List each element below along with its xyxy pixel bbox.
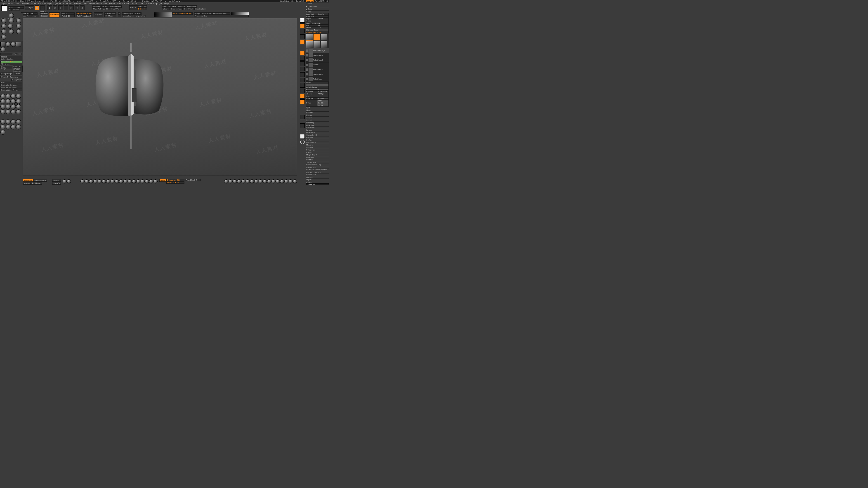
bottom-ball[interactable]: [63, 180, 67, 184]
storemt-button[interactable]: StoreMT: [92, 5, 101, 8]
colorize-button[interactable]: Colorize: [12, 9, 20, 11]
brush-inserth[interactable]: [0, 119, 5, 124]
blurmask-button[interactable]: BlurMask: [177, 5, 186, 8]
fixmesh-button[interactable]: Fix Mesh: [104, 15, 116, 17]
r-btn[interactable]: R: [319, 27, 329, 29]
bottom-brush[interactable]: [102, 180, 106, 184]
panel-masking[interactable]: Masking: [306, 144, 329, 146]
gizmo-icon[interactable]: ▦: [35, 5, 39, 10]
floor-icon[interactable]: [300, 34, 305, 39]
decimate-button[interactable]: Decimate Current: [212, 12, 230, 15]
panel-import[interactable]: Import: [306, 178, 329, 181]
tool-thumb-1[interactable]: [313, 34, 320, 41]
inflate-balloon-slider[interactable]: Inflate Balloon: [0, 58, 22, 60]
pastetool-btn[interactable]: [317, 15, 329, 18]
menu-brush[interactable]: Brush: [8, 3, 13, 5]
thickness-slider[interactable]: Thickness: [0, 63, 22, 65]
tool-thumb-4[interactable]: [313, 41, 320, 48]
menu-tool[interactable]: Tool: [140, 3, 143, 5]
panel-morph-target[interactable]: Morph Target: [306, 154, 329, 156]
brushpreview-icon[interactable]: [300, 134, 305, 139]
viewmask-btn[interactable]: ViewMask: [23, 179, 33, 182]
eye-icon[interactable]: [306, 78, 308, 80]
panel-polypaint[interactable]: Polypaint: [306, 156, 329, 159]
duplicate-button[interactable]: Duplicate: [94, 12, 103, 18]
mrgb-button[interactable]: Mrgb: [8, 6, 16, 8]
brush-curvest[interactable]: [9, 29, 14, 34]
persp-icon[interactable]: [300, 29, 305, 33]
panel-fibermesh[interactable]: FiberMesh: [306, 131, 329, 134]
panel-texture-map[interactable]: Texture Map: [306, 161, 329, 164]
bottom-ball[interactable]: [272, 180, 276, 184]
subtool-row[interactable]: Robot Head: [306, 77, 329, 82]
menu-edit[interactable]: Edit: [37, 3, 41, 5]
bottom-ball[interactable]: [293, 180, 297, 184]
ao-icon[interactable]: ●: [64, 5, 68, 10]
inverse-btn[interactable]: Inverse: [23, 182, 31, 185]
brush-snakehook[interactable]: [0, 47, 5, 52]
brush-smooth1[interactable]: [11, 109, 16, 114]
bottom-brush[interactable]: [93, 180, 97, 184]
bottom-brush[interactable]: [106, 180, 110, 184]
menu-zplugin[interactable]: Zplugin: [155, 3, 162, 5]
panel-geometry[interactable]: Geometry: [306, 121, 329, 124]
bottom-brush[interactable]: [145, 180, 149, 184]
panel-export[interactable]: Export: [306, 181, 329, 184]
move-elastic-icon[interactable]: ⬌: [40, 5, 45, 10]
all-btn[interactable]: All: [317, 24, 329, 27]
preprocess-button[interactable]: Pre-process Current: [194, 12, 212, 15]
viewport[interactable]: RRCG.CN 人人素材 人人素材 人人素材 人人素材 人人素材 人人素材 人人…: [23, 18, 297, 176]
export-button[interactable]: Export: [30, 12, 37, 15]
smoothness-icon[interactable]: ○: [58, 5, 63, 10]
texture-header[interactable]: │ Texture: [306, 184, 329, 185]
bottom-ball[interactable]: [67, 180, 71, 184]
freeze-borders[interactable]: Freeze borders: [194, 15, 249, 17]
bottom-ball[interactable]: [241, 180, 246, 184]
elevation-slider[interactable]: Elevation 100: [0, 61, 22, 63]
tool-header[interactable]: ▾ Tool: [306, 10, 329, 13]
brush-clipcur[interactable]: [16, 94, 21, 99]
loadtool-btn[interactable]: Load Tool: [306, 13, 317, 15]
alpha-ring-icon[interactable]: [300, 140, 305, 144]
brush-slicerec[interactable]: [6, 109, 11, 114]
panel-loops-button[interactable]: Panel Loops: [0, 66, 12, 68]
boolean-header[interactable]: Boolean: [306, 111, 329, 114]
brush-clipcirc[interactable]: [11, 99, 16, 104]
rename-btn[interactable]: Rename: [306, 91, 317, 93]
mirror-button[interactable]: Mirror: [101, 5, 109, 8]
project-header[interactable]: Project: [306, 116, 329, 119]
bottom-ball[interactable]: [280, 180, 284, 184]
menu-picker[interactable]: Picker: [89, 3, 95, 5]
menu-draw[interactable]: Draw: [31, 3, 36, 5]
brush-creasec2[interactable]: [11, 94, 16, 99]
zrock-icon[interactable]: [300, 89, 305, 93]
groupvisible-button[interactable]: GroupVisible: [11, 78, 22, 81]
mirror2-button[interactable]: Mirror: [162, 8, 169, 10]
bottom-brush[interactable]: [123, 180, 127, 184]
panel-preview[interactable]: Preview: [306, 136, 329, 139]
frame-icon[interactable]: [300, 51, 305, 55]
menu-material[interactable]: Material: [74, 3, 81, 5]
makepm-btn[interactable]: Make PolyMesh3D: [306, 22, 329, 24]
remesh-header[interactable]: Remesh: [306, 114, 329, 116]
subtool-row[interactable]: Robot Head2: [306, 67, 329, 72]
brush-curvesk[interactable]: [1, 35, 6, 39]
panel-polygroups[interactable]: Polygroups: [306, 149, 329, 151]
allhigh-btn[interactable]: All High: [317, 93, 329, 95]
panel-surface[interactable]: Surface: [306, 139, 329, 141]
esmt-slider[interactable]: E Smt 5: [137, 8, 147, 10]
dynamesh-button[interactable]: DynaMesh: [49, 12, 60, 18]
bottom-brush[interactable]: [132, 180, 136, 184]
blur-slider[interactable]: Blur 0: [61, 12, 74, 15]
brush-trimlas[interactable]: [11, 104, 16, 109]
right-small-2[interactable]: [300, 123, 305, 128]
brush-cliprect[interactable]: [0, 94, 5, 99]
copy-btn[interactable]: Copy: [306, 95, 317, 97]
loops-slider[interactable]: Loops 4: [13, 70, 23, 72]
brush-curvetu[interactable]: [8, 24, 13, 29]
draw-header[interactable]: ▸ Draw: [306, 8, 329, 10]
default-zscript[interactable]: DefaultZScript: [315, 0, 328, 2]
rgb-button[interactable]: Rgb: [16, 6, 24, 8]
subtool-row[interactable]: Robot Head5: [306, 58, 329, 63]
bottom-ball[interactable]: [284, 180, 288, 184]
